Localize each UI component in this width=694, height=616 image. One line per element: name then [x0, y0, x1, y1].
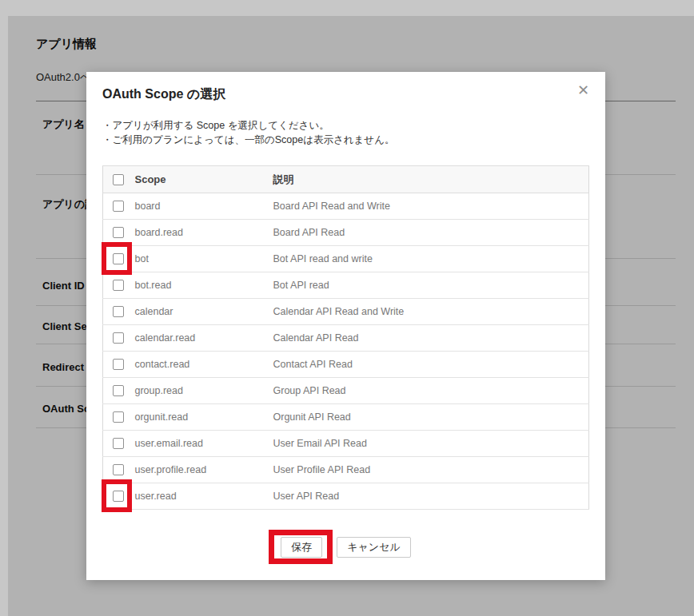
scope-checkbox-orgunit.read[interactable]	[113, 411, 124, 423]
checkbox-cell	[103, 431, 135, 457]
scope-name: board.read	[135, 220, 273, 246]
scope-name: user.profile.read	[135, 457, 273, 483]
checkbox-cell	[103, 193, 135, 220]
scope-description: User API Read	[273, 483, 589, 510]
dialog-footer: 保存 キャンセル	[86, 537, 605, 558]
note-line: ・ご利用のプランによっては、一部のScopeは表示されません。	[102, 133, 394, 147]
oauth-scope-dialog: OAuth Scope の選択 ✕ ・アプリが利用する Scope を選択してく…	[86, 72, 605, 580]
scope-column-header: Scope	[135, 166, 273, 193]
scope-description: Calendar API Read	[273, 325, 589, 352]
select-all-checkbox[interactable]	[113, 174, 124, 185]
scope-name: contact.read	[135, 352, 273, 378]
cancel-button[interactable]: キャンセル	[337, 537, 411, 558]
scope-row-orgunit.read: orgunit.readOrgunit API Read	[103, 404, 589, 431]
scope-name: bot.read	[135, 272, 273, 299]
scope-row-calendar.read: calendar.readCalendar API Read	[103, 325, 589, 352]
scope-checkbox-calendar.read[interactable]	[113, 332, 124, 344]
checkbox-cell	[103, 404, 135, 431]
close-icon[interactable]: ✕	[577, 83, 589, 97]
scope-checkbox-board.read[interactable]	[113, 227, 124, 238]
select-all-cell	[103, 166, 135, 193]
checkbox-cell	[103, 272, 135, 299]
scope-row-user.email.read: user.email.readUser Email API Read	[103, 431, 589, 457]
scope-description: Board API Read	[273, 220, 589, 246]
save-button-wrap: 保存	[281, 537, 322, 558]
scope-checkbox-user.profile.read[interactable]	[113, 464, 124, 475]
scope-row-group.read: group.readGroup API Read	[103, 378, 589, 404]
scope-row-board.read: board.readBoard API Read	[103, 220, 589, 246]
scope-checkbox-group.read[interactable]	[113, 385, 124, 396]
scope-name: orgunit.read	[135, 404, 273, 431]
scope-checkbox-bot[interactable]	[113, 253, 124, 264]
checkbox-cell	[103, 246, 135, 272]
scope-table: Scope 説明 boardBoard API Read and Writebo…	[102, 165, 589, 510]
checkbox-cell	[103, 325, 135, 352]
scope-checkbox-user.read[interactable]	[113, 491, 124, 502]
scope-table-body: boardBoard API Read and Writeboard.readB…	[103, 193, 589, 510]
scope-row-user.profile.read: user.profile.readUser Profile API Read	[103, 457, 589, 483]
checkbox-cell	[103, 299, 135, 325]
scope-description: Board API Read and Write	[273, 193, 589, 220]
scope-description: Orgunit API Read	[273, 404, 589, 431]
scope-row-board: boardBoard API Read and Write	[103, 193, 589, 220]
scope-name: calendar.read	[135, 325, 273, 352]
scope-name: board	[135, 193, 273, 220]
scope-name: bot	[135, 246, 273, 272]
scope-name: user.read	[135, 483, 273, 510]
checkbox-cell	[103, 220, 135, 246]
scope-description: User Profile API Read	[273, 457, 589, 483]
scope-checkbox-board[interactable]	[113, 201, 124, 212]
dialog-title: OAuth Scope の選択	[102, 86, 225, 103]
description-column-header: 説明	[273, 166, 589, 193]
scope-row-contact.read: contact.readContact API Read	[103, 352, 589, 378]
scope-description: Contact API Read	[273, 352, 589, 378]
checkbox-cell	[103, 352, 135, 378]
checkbox-cell	[103, 483, 135, 510]
scope-description: Bot API read	[273, 272, 589, 299]
note-line: ・アプリが利用する Scope を選択してください。	[102, 118, 394, 133]
scope-table-header-row: Scope 説明	[103, 166, 589, 193]
scope-description: Bot API read and write	[273, 246, 589, 272]
scope-description: Group API Read	[273, 378, 589, 404]
scope-row-bot: botBot API read and write	[103, 246, 589, 272]
checkbox-cell	[103, 457, 135, 483]
scope-checkbox-calendar[interactable]	[113, 306, 124, 317]
scope-checkbox-contact.read[interactable]	[113, 359, 124, 370]
scope-row-user.read: user.readUser API Read	[103, 483, 589, 510]
scope-row-calendar: calendarCalendar API Read and Write	[103, 299, 589, 325]
scope-name: group.read	[135, 378, 273, 404]
scope-checkbox-user.email.read[interactable]	[113, 438, 124, 449]
save-button[interactable]: 保存	[281, 537, 322, 558]
scope-name: calendar	[135, 299, 273, 325]
dialog-notes: ・アプリが利用する Scope を選択してください。 ・ご利用のプランによっては…	[102, 118, 394, 147]
checkbox-cell	[103, 378, 135, 404]
scope-checkbox-bot.read[interactable]	[113, 280, 124, 291]
scope-row-bot.read: bot.readBot API read	[103, 272, 589, 299]
scope-name: user.email.read	[135, 431, 273, 457]
scope-description: Calendar API Read and Write	[273, 299, 589, 325]
scope-description: User Email API Read	[273, 431, 589, 457]
